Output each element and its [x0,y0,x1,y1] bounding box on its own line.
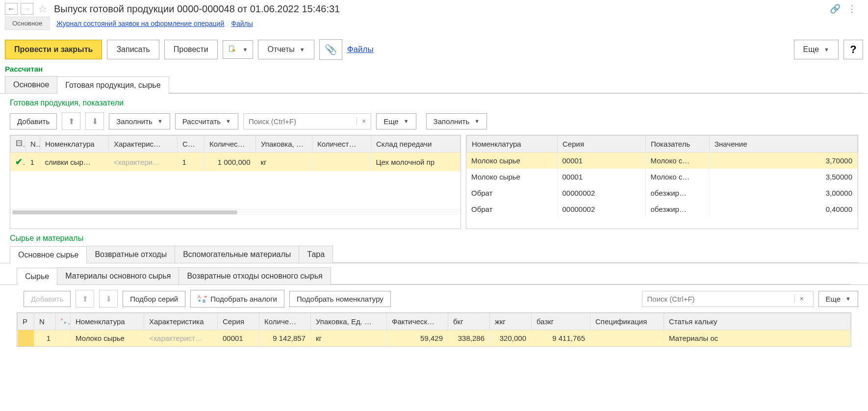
col-value[interactable]: Значение [710,136,858,153]
calculate-button[interactable]: Рассчитать▼ [175,113,238,129]
fill-products-button[interactable]: Заполнить▼ [109,113,170,129]
files-link[interactable]: Файлы [347,45,374,54]
tab-return-waste[interactable]: Возвратные отходы [86,246,175,263]
pick-nomenclature-button[interactable]: Подобрать номенклатуру [289,291,391,307]
pick-analogs-button[interactable]: AB Подобрать аналоги [190,290,284,308]
subnav-files-link[interactable]: Файлы [231,20,253,27]
indicators-grid[interactable]: Номенклатура Серия Показатель Значение М… [466,135,858,229]
link-icon[interactable]: 🔗 [830,3,841,14]
products-search: × [243,113,371,129]
post-button[interactable]: Провести [164,40,218,59]
table-row[interactable]: Обрат 00000002 обезжир… 3,00000 [466,185,858,201]
move-down-raw-button[interactable]: ⬇ [99,290,118,308]
attachment-button[interactable]: 📎 [319,39,342,60]
col-marker[interactable] [11,136,26,153]
col-warehouse[interactable]: Склад передачи [371,136,460,153]
col-spec[interactable]: Спецификация [590,313,664,330]
tab-aux-materials[interactable]: Вспомогательные материалы [175,246,299,263]
col-quantity[interactable]: Количес… [204,136,256,153]
tab-raw-return-waste[interactable]: Возвратные отходы основного сырья [179,267,331,284]
more-button[interactable]: Еще▼ [794,40,839,59]
tab-main[interactable]: Основное [5,76,57,93]
raw-search-input[interactable] [642,291,794,307]
add-product-button[interactable]: Добавить [10,113,57,129]
tab-raw[interactable]: Сырье [17,268,57,285]
col-packaging[interactable]: Упаковка, Ед. … [311,313,387,330]
move-up-button[interactable]: ⬆ [62,112,80,130]
kebab-menu-icon[interactable]: ⋮ [847,3,856,14]
subnav-journal-link[interactable]: Журнал состояний заявок на оформление оп… [56,20,224,27]
move-up-raw-button[interactable]: ⬆ [76,290,94,308]
tab-raw-materials[interactable]: Материалы основного сырья [57,267,179,284]
col-series[interactable]: Серия [558,136,646,153]
table-header-row: N Номенклатура Характерис… Се… Количес… … [11,136,460,153]
back-button[interactable]: ← [5,3,18,15]
main-toolbar: Провести и закрыть Записать Провести ▼ О… [0,34,868,65]
tab-products-raw[interactable]: Готовая продукция, сырье [57,77,169,94]
clear-search-icon[interactable]: × [357,117,371,125]
products-toolbar: Добавить ⬆ ⬇ Заполнить▼ Рассчитать▼ × Ещ… [0,110,868,132]
subnav-bar: Основное Журнал состояний заявок на офор… [0,17,868,34]
table-header-row: Номенклатура Серия Показатель Значение [467,136,858,153]
col-swap-icon[interactable]: AB [56,313,71,330]
col-fact[interactable]: Фактическ… [387,313,448,330]
table-row[interactable]: Обрат 00000002 обезжир… 0,40000 [466,201,858,217]
tab-main-raw[interactable]: Основное сырье [10,246,87,263]
raw-toolbar: Добавить ⬆ ⬇ Подбор серий AB Подобрать а… [0,285,868,309]
fill-indicators-button[interactable]: Заполнить▼ [426,113,487,129]
svg-text:A: A [61,318,63,321]
save-button[interactable]: Записать [107,40,159,59]
svg-rect-3 [17,143,21,144]
col-n[interactable]: N [26,136,40,153]
products-more-button[interactable]: Еще▼ [376,113,416,129]
col-nomenclature[interactable]: Номенклатура [467,136,558,153]
col-series[interactable]: Серия [218,313,259,330]
col-indicator[interactable]: Показатель [646,136,710,153]
col-nomenclature[interactable]: Номенклатура [40,136,109,153]
svg-rect-4 [17,144,21,145]
window-title: Выпуск готовой продукции 0000-000048 от … [54,3,827,15]
check-icon: ✔ [15,157,25,167]
favorite-star-icon[interactable]: ☆ [38,3,47,15]
help-button[interactable]: ? [843,40,863,59]
create-based-on-button[interactable]: ▼ [223,40,254,59]
products-search-input[interactable] [244,114,357,129]
col-characteristic[interactable]: Характерис… [109,136,178,153]
col-bkg[interactable]: бкг [448,313,490,330]
reports-button[interactable]: Отчеты▼ [258,40,314,59]
subnav-main-button[interactable]: Основное [5,17,50,30]
table-row[interactable]: Молоко сырье 00001 Молоко с… 3,50000 [466,169,858,185]
col-nomenclature[interactable]: Номенклатура [71,313,144,330]
raw-more-button[interactable]: Еще▼ [818,291,858,307]
pick-series-button[interactable]: Подбор серий [123,291,185,307]
main-tabstrip: Основное Готовая продукция, сырье [0,76,868,94]
col-cost[interactable]: Статья кальку [664,313,851,330]
col-characteristic[interactable]: Характеристика [144,313,218,330]
tab-tare[interactable]: Тара [299,246,333,263]
col-quantity2[interactable]: Количест… [312,136,371,153]
col-quantity[interactable]: Количе… [259,313,311,330]
window-header: ← → ☆ Выпуск готовой продукции 0000-0000… [0,0,868,17]
col-n[interactable]: N [34,313,56,330]
add-raw-button[interactable]: Добавить [24,291,71,307]
table-header-row: Р N AB Номенклатура Характеристика Серия… [18,313,851,330]
move-down-button[interactable]: ⬇ [85,112,104,130]
h-scrollbar[interactable] [10,209,460,215]
table-row[interactable]: Молоко сырье 00001 Молоко с… 3,70000 [466,153,858,169]
col-jkg[interactable]: жкг [490,313,532,330]
svg-text:B: B [64,321,66,324]
col-series[interactable]: Се… [178,136,204,153]
raw-grid[interactable]: Р N AB Номенклатура Характеристика Серия… [17,312,851,347]
col-packaging[interactable]: Упаковка, … [256,136,312,153]
products-grids-row: N Номенклатура Характерис… Се… Количес… … [0,132,868,229]
table-row[interactable]: ✔ 1 сливки сыр… <характери… 1 1 000,000 … [10,153,460,171]
raw-tabstrip: Основное сырье Возвратные отходы Вспомог… [0,246,868,263]
forward-button[interactable]: → [21,3,33,15]
post-and-close-button[interactable]: Провести и закрыть [5,40,102,59]
col-p[interactable]: Р [18,313,34,330]
col-bazkg[interactable]: базкг [532,313,590,330]
section-products-title: Готовая продукция, показатели [0,94,868,110]
table-row[interactable]: 1 Молоко сырье <характерист… 00001 9 142… [18,330,851,347]
clear-raw-search-icon[interactable]: × [794,295,809,303]
products-grid[interactable]: N Номенклатура Характерис… Се… Количес… … [10,135,461,229]
